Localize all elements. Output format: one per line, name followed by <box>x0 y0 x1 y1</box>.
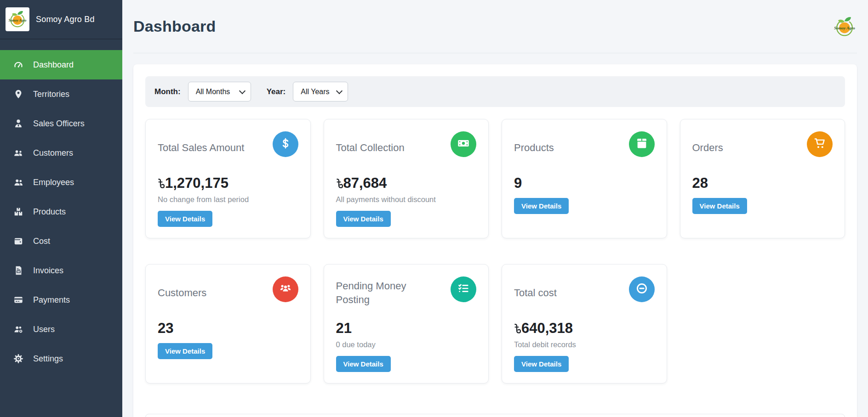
sidebar-nav: Dashboard Territories Sales Officers Cus… <box>0 50 122 373</box>
view-details-button[interactable]: View Details <box>514 356 569 372</box>
year-select-wrap: All Years <box>293 82 348 101</box>
tachometer-icon <box>12 59 24 70</box>
brand-logo: Somoy Agro <box>6 7 29 31</box>
cart-icon <box>813 137 826 152</box>
year-select[interactable]: All Years <box>293 82 348 101</box>
card-subtitle: No change from last period <box>158 195 298 204</box>
sidebar-item-label: Sales Officers <box>33 119 85 129</box>
sidebar-item-products[interactable]: Products <box>0 197 122 226</box>
card-pending-money-posting: Pending Money Posting 21 0 due today Vie… <box>324 264 489 383</box>
card-total-sales-amount: Total Sales Amount 1,270,175 No change f… <box>145 119 311 238</box>
month-select-wrap: All Months <box>188 82 251 101</box>
card-icon-badge <box>629 276 655 302</box>
sidebar-item-territories[interactable]: Territories <box>0 79 122 109</box>
taka-symbol <box>158 178 165 189</box>
view-details-button[interactable]: View Details <box>158 211 212 227</box>
sidebar-item-label: Cost <box>33 237 50 246</box>
view-details-button[interactable]: View Details <box>336 211 391 227</box>
view-details-button[interactable]: View Details <box>336 356 391 372</box>
somoy-agro-logo-icon: Somoy Agro <box>7 8 28 31</box>
card-icon-badge <box>273 276 298 302</box>
sidebar-item-label: Products <box>33 207 66 217</box>
users-icon <box>12 147 24 158</box>
sidebar-item-dashboard[interactable]: Dashboard <box>0 50 122 79</box>
file-invoice-icon <box>12 265 24 276</box>
sidebar-item-cost[interactable]: Cost <box>0 226 122 256</box>
dashboard-panel: Month: All Months Year: All Years Total … <box>133 64 857 417</box>
next-section-panel <box>145 414 845 417</box>
boxes-icon <box>12 206 24 217</box>
users-group-icon <box>279 282 292 297</box>
main-content: Dashboard Somoy Agro Month: All Months Y… <box>122 0 868 417</box>
sidebar-item-sales-officers[interactable]: Sales Officers <box>0 109 122 138</box>
sidebar-item-employees[interactable]: Employees <box>0 168 122 197</box>
view-details-button[interactable]: View Details <box>158 343 212 359</box>
sidebar-item-label: Invoices <box>33 266 63 276</box>
wallet-icon <box>12 236 24 247</box>
card-value: 1,270,175 <box>158 175 298 191</box>
card-title: Total Collection <box>336 141 405 155</box>
card-products: Products 9 View Details <box>502 119 667 238</box>
card-subtitle: 0 due today <box>336 340 477 349</box>
sidebar-item-invoices[interactable]: Invoices <box>0 256 122 285</box>
money-bill-icon <box>457 137 470 152</box>
sidebar: Somoy Agro Somoy Agro Bd Dashboard Terri… <box>0 0 122 417</box>
minus-circle-icon <box>635 282 648 297</box>
card-subtitle: All payments without discount <box>336 195 477 204</box>
card-value: 23 <box>158 321 298 336</box>
sidebar-item-label: Employees <box>33 178 74 187</box>
card-icon-badge <box>273 131 298 157</box>
card-value: 28 <box>692 175 833 191</box>
month-label: Month: <box>154 87 181 96</box>
card-value: 87,684 <box>336 175 477 191</box>
year-label: Year: <box>267 87 286 96</box>
sidebar-item-label: Payments <box>33 295 70 305</box>
sidebar-item-label: Customers <box>33 148 73 158</box>
view-details-button[interactable]: View Details <box>514 198 569 214</box>
cog-icon <box>12 353 24 364</box>
card-title: Pending Money Posting <box>336 279 430 306</box>
svg-text:Somoy Agro: Somoy Agro <box>834 25 855 30</box>
package-icon <box>635 137 648 152</box>
card-title: Total Sales Amount <box>158 141 244 155</box>
dollar-icon <box>279 137 292 152</box>
users-cog-icon <box>12 324 24 335</box>
somoy-agro-logo-icon: Somoy Agro <box>832 32 857 39</box>
card-title: Customers <box>158 286 206 300</box>
sidebar-item-label: Users <box>33 325 55 334</box>
card-icon-badge <box>807 131 833 157</box>
card-icon-badge <box>451 276 476 302</box>
taka-symbol <box>336 178 343 189</box>
card-total-cost: Total cost 640,318 Total debit records V… <box>502 264 667 383</box>
sidebar-item-label: Settings <box>33 354 63 364</box>
card-orders: Orders 28 View Details <box>680 119 845 238</box>
view-details-button[interactable]: View Details <box>692 198 747 214</box>
card-title: Total cost <box>514 286 557 300</box>
sidebar-item-payments[interactable]: Payments <box>0 285 122 315</box>
topbar: Dashboard Somoy Agro <box>133 0 857 53</box>
card-customers: Customers 23 View Details <box>145 264 311 383</box>
sidebar-item-label: Dashboard <box>33 60 74 70</box>
sidebar-item-settings[interactable]: Settings <box>0 344 122 373</box>
user-friends-icon <box>12 177 24 188</box>
page-title: Dashboard <box>133 17 216 35</box>
sidebar-item-label: Territories <box>33 90 69 99</box>
card-value: 640,318 <box>514 321 655 336</box>
brand: Somoy Agro Somoy Agro Bd <box>0 0 122 39</box>
card-icon-badge <box>451 131 476 157</box>
card-title: Products <box>514 141 554 155</box>
card-subtitle: Total debit records <box>514 340 655 349</box>
card-title: Orders <box>692 141 723 155</box>
credit-card-icon <box>12 294 24 305</box>
stat-cards-grid: Total Sales Amount 1,270,175 No change f… <box>145 119 845 383</box>
user-tie-icon <box>12 118 24 129</box>
card-value: 9 <box>514 175 655 191</box>
company-logo: Somoy Agro <box>832 13 857 40</box>
svg-text:Somoy Agro: Somoy Agro <box>9 18 27 23</box>
sidebar-item-users[interactable]: Users <box>0 315 122 344</box>
taka-symbol <box>514 323 521 334</box>
filter-bar: Month: All Months Year: All Years <box>145 76 845 107</box>
sidebar-item-customers[interactable]: Customers <box>0 138 122 168</box>
month-select[interactable]: All Months <box>188 82 251 101</box>
card-value: 21 <box>336 321 477 336</box>
